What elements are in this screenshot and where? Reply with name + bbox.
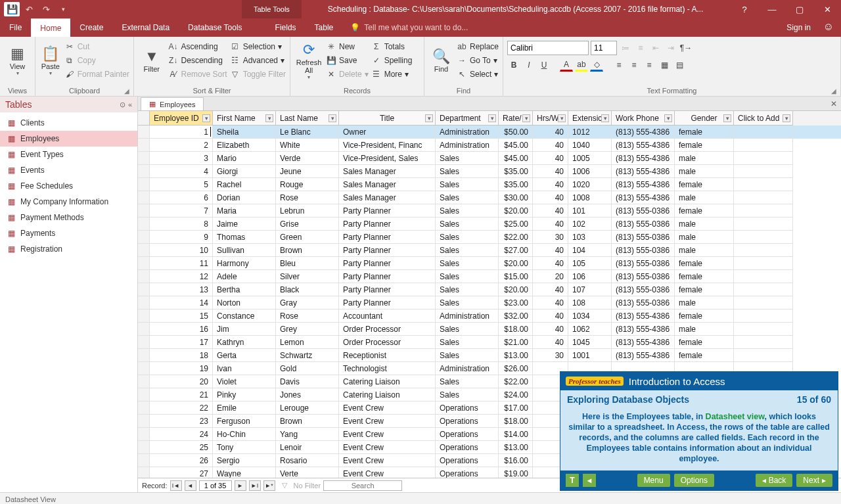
row-selector[interactable] xyxy=(138,283,150,296)
remove-sort-button[interactable]: A⁄Remove Sort xyxy=(168,67,227,81)
cell[interactable]: 40 xyxy=(533,244,568,257)
cell[interactable]: Lenoir xyxy=(276,441,339,454)
cell[interactable]: female xyxy=(675,349,734,362)
cell[interactable]: Lerouge xyxy=(276,401,339,415)
redo-icon[interactable]: ↷ xyxy=(38,2,54,16)
cell[interactable]: (813) 555-0386 xyxy=(612,283,675,296)
cell[interactable]: Operations xyxy=(436,401,499,415)
ltr-icon[interactable]: ¶→ xyxy=(679,41,693,55)
cell[interactable]: Sales Manager xyxy=(339,178,436,191)
cell[interactable]: 40 xyxy=(533,309,568,323)
row-selector[interactable] xyxy=(138,126,150,139)
qat-customize-icon[interactable]: ▾ xyxy=(55,2,71,16)
row-selector[interactable] xyxy=(138,336,150,349)
cell[interactable]: Pinky xyxy=(213,388,276,401)
cell[interactable]: 24 xyxy=(150,428,213,441)
tab-create[interactable]: Create xyxy=(70,18,112,37)
tell-me-search[interactable]: 💡Tell me what you want to do... xyxy=(350,18,468,37)
cell[interactable]: Administration xyxy=(436,126,499,139)
more-button[interactable]: ☰More ▾ xyxy=(371,67,413,81)
tutorial-arrow-icon[interactable]: ◂ xyxy=(583,474,596,487)
cell[interactable]: (813) 555-4386 xyxy=(612,336,675,349)
cell[interactable]: Sheila xyxy=(213,126,276,139)
italic-button[interactable]: I xyxy=(522,58,535,72)
cell[interactable]: (813) 555-4386 xyxy=(612,309,675,323)
cell[interactable]: Accountant xyxy=(339,309,436,323)
cell[interactable]: male xyxy=(675,296,734,309)
cell[interactable]: Gold xyxy=(276,362,339,375)
cell[interactable]: Violet xyxy=(213,375,276,388)
cell[interactable]: Bertha xyxy=(213,283,276,296)
cell[interactable]: Sales xyxy=(436,336,499,349)
cell[interactable]: $22.00 xyxy=(499,231,533,244)
tab-file[interactable]: File xyxy=(0,18,31,37)
row-selector[interactable] xyxy=(138,309,150,323)
cell[interactable]: $17.00 xyxy=(499,401,533,415)
cell[interactable]: 12 xyxy=(150,270,213,283)
cell[interactable]: (813) 555-0386 xyxy=(612,296,675,309)
cell[interactable]: Sales xyxy=(436,388,499,401)
new-record-button[interactable]: ✳New xyxy=(326,39,369,53)
cell[interactable]: Catering Liaison xyxy=(339,375,436,388)
numbering-icon[interactable]: ≡ xyxy=(634,41,647,55)
cell[interactable]: 9 xyxy=(150,231,213,244)
cell[interactable]: Catering Liaison xyxy=(339,388,436,401)
cell[interactable]: Elizabeth xyxy=(213,139,276,152)
cell[interactable]: 40 xyxy=(533,283,568,296)
column-dropdown-icon[interactable]: ▾ xyxy=(202,114,210,122)
cell[interactable]: Order Processor xyxy=(339,336,436,349)
cell[interactable]: (813) 555-0386 xyxy=(612,218,675,231)
cell[interactable]: Administration xyxy=(436,309,499,323)
align-left-icon[interactable]: ≡ xyxy=(612,58,625,72)
column-dropdown-icon[interactable]: ▾ xyxy=(265,114,273,122)
cell[interactable]: Sales xyxy=(436,152,499,165)
cell[interactable]: Sales xyxy=(436,296,499,309)
cell[interactable]: 17 xyxy=(150,336,213,349)
align-right-icon[interactable]: ≡ xyxy=(643,58,656,72)
indent-dec-icon[interactable]: ⇤ xyxy=(649,41,662,55)
cell[interactable]: female xyxy=(675,204,734,218)
cell[interactable]: 40 xyxy=(533,165,568,178)
tab-fields[interactable]: Fields xyxy=(266,18,306,37)
table-row[interactable]: 1SheilaLe BlancOwnerAdministration$50.00… xyxy=(138,126,841,139)
cell[interactable]: female xyxy=(675,283,734,296)
minimize-icon[interactable]: — xyxy=(758,0,786,18)
cell[interactable]: Event Crew xyxy=(339,428,436,441)
cell[interactable]: Event Crew xyxy=(339,401,436,415)
tutorial-t-icon[interactable]: T xyxy=(566,474,579,487)
row-selector[interactable] xyxy=(138,362,150,375)
row-selector[interactable] xyxy=(138,218,150,231)
restore-icon[interactable]: ▢ xyxy=(786,0,813,18)
nav-item-payment-methods[interactable]: ▦Payment Methods xyxy=(0,210,137,225)
cell[interactable]: Operations xyxy=(436,467,499,478)
cell[interactable]: Sales xyxy=(436,323,499,336)
cell[interactable]: $13.00 xyxy=(499,441,533,454)
cell[interactable]: 1045 xyxy=(568,336,612,349)
cell[interactable]: Adele xyxy=(213,270,276,283)
table-row[interactable]: 14NortonGrayParty PlannerSales$23.004010… xyxy=(138,296,841,309)
cell[interactable]: Event Crew xyxy=(339,441,436,454)
cell[interactable]: $50.00 xyxy=(499,126,533,139)
copy-button[interactable]: ⧉Copy xyxy=(64,53,129,67)
cell[interactable]: male xyxy=(675,231,734,244)
nav-item-registration[interactable]: ▦Registration xyxy=(0,241,137,257)
cell[interactable]: 40 xyxy=(533,218,568,231)
cell[interactable]: Sales xyxy=(436,270,499,283)
cell[interactable]: (813) 555-0386 xyxy=(612,204,675,218)
cell[interactable]: Sullivan xyxy=(213,244,276,257)
cell[interactable]: $30.00 xyxy=(499,191,533,204)
row-selector[interactable] xyxy=(138,152,150,165)
refresh-all-button[interactable]: ⟳Refresh All▾ xyxy=(294,38,323,83)
cell[interactable]: $24.00 xyxy=(499,388,533,401)
cell[interactable]: 15 xyxy=(150,309,213,323)
cell[interactable]: 102 xyxy=(568,218,612,231)
tab-home[interactable]: Home xyxy=(31,18,70,37)
cell[interactable]: $14.00 xyxy=(499,428,533,441)
cell[interactable]: Sales xyxy=(436,244,499,257)
cell[interactable]: Le Blanc xyxy=(276,126,339,139)
table-row[interactable]: 13BerthaBlackParty PlannerSales$20.00401… xyxy=(138,283,841,296)
cell[interactable]: 18 xyxy=(150,349,213,362)
cell[interactable] xyxy=(734,309,793,323)
cell[interactable]: Sales Manager xyxy=(339,165,436,178)
row-selector[interactable] xyxy=(138,349,150,362)
